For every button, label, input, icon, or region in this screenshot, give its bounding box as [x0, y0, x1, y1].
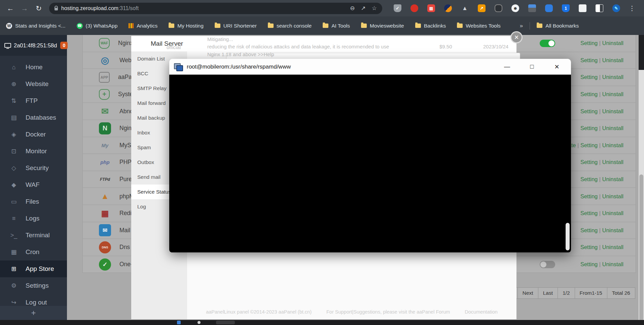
sidebar-item[interactable]: ⊞ App Store: [0, 260, 67, 277]
modal-close-button[interactable]: ✕: [510, 31, 523, 43]
bookmark-item[interactable]: W Stats and Insights <...: [6, 23, 66, 29]
taskbar-dot-icon[interactable]: [198, 321, 201, 324]
action-link[interactable]: Setting: [580, 159, 598, 165]
bookmark-item[interactable]: search console: [268, 23, 312, 29]
action-link[interactable]: Setting: [580, 261, 598, 268]
minimize-button[interactable]: —: [503, 63, 511, 70]
bookmark-item[interactable]: URI Shortener: [215, 23, 257, 29]
sidebar-item[interactable]: ≡ Logs: [0, 210, 67, 227]
shield-extension-icon[interactable]: ✓: [394, 4, 401, 12]
pagination-item[interactable]: Next: [517, 287, 538, 299]
action-link[interactable]: Uninstall: [598, 210, 623, 216]
terminal-scrollbar-thumb[interactable]: [566, 223, 570, 250]
bookmarks-overflow-icon[interactable]: »: [520, 23, 523, 29]
maximize-button[interactable]: □: [528, 63, 536, 70]
pagination-item[interactable]: From1-15: [575, 287, 607, 299]
bookmark-item[interactable]: Movieswebsite: [361, 23, 404, 29]
action-link[interactable]: Setting: [580, 210, 598, 216]
action-link[interactable]: Uninstall: [598, 57, 623, 64]
pagination-item[interactable]: 1/2: [558, 287, 575, 299]
taskbar-tile-icon[interactable]: [216, 321, 235, 324]
action-link[interactable]: Uninstall: [598, 227, 623, 234]
homepage-toggle[interactable]: [540, 261, 555, 268]
panel-extension-icon[interactable]: [596, 4, 603, 12]
sidebar-item[interactable]: ◆ WAF: [0, 176, 67, 193]
zoom-out-icon[interactable]: ⊖: [350, 5, 355, 12]
sidebar-item[interactable]: ⊡ Monitor: [0, 143, 67, 160]
homepage-toggle[interactable]: [540, 40, 555, 47]
puzzle-extension-icon[interactable]: [579, 4, 586, 12]
page-scrollbar-thumb[interactable]: [639, 174, 643, 325]
bookmark-item[interactable]: Websites Tools: [457, 23, 501, 29]
action-link[interactable]: Uninstall: [598, 40, 623, 46]
bookmark-item[interactable]: My Hosting: [169, 23, 204, 29]
pagination-item[interactable]: Last: [538, 287, 558, 299]
sidebar-item[interactable]: >_ Terminal: [0, 227, 67, 244]
forward-icon[interactable]: →: [19, 3, 30, 14]
swirl-extension-icon[interactable]: [444, 4, 452, 12]
bookmark-item[interactable]: AI Tools: [323, 23, 350, 29]
bookmark-star-icon[interactable]: ☆: [372, 5, 377, 12]
action-link[interactable]: Uninstall: [598, 74, 623, 80]
bookmark-item[interactable]: Analytics: [129, 23, 157, 29]
sidebar-item[interactable]: ⌂ Home: [0, 59, 67, 76]
action-link[interactable]: Uninstall: [598, 159, 623, 165]
server-selector[interactable]: 2a01:4f8:251:58d 0: [0, 35, 67, 56]
kebab-menu-icon[interactable]: ⋮: [629, 4, 635, 12]
mouse-extension-icon[interactable]: [495, 4, 502, 12]
action-link[interactable]: Uninstall: [598, 142, 623, 149]
action-link[interactable]: Uninstall: [598, 261, 623, 268]
mountain-extension-icon[interactable]: ▲: [461, 4, 469, 12]
all-bookmarks[interactable]: All Bookmarks: [537, 23, 579, 29]
terminal-console[interactable]: [169, 75, 571, 252]
action-link[interactable]: Uninstall: [598, 244, 623, 250]
pagination-item[interactable]: Total 26: [607, 287, 635, 299]
terminal-titlebar[interactable]: root@mobilerom:/usr/share/rspamd/www — □…: [169, 59, 571, 75]
window-extension-icon[interactable]: [528, 4, 536, 12]
action-link[interactable]: Setting: [576, 142, 598, 149]
action-link[interactable]: Setting: [580, 176, 598, 182]
sidebar-item[interactable]: ▤ Databases: [0, 109, 67, 126]
close-button[interactable]: ✕: [553, 63, 561, 71]
action-link[interactable]: Setting: [580, 74, 598, 80]
action-link[interactable]: Uninstall: [598, 176, 623, 182]
action-link[interactable]: Uninstall: [598, 125, 623, 131]
clip-extension-icon[interactable]: [545, 4, 553, 12]
taskbar-blue-icon[interactable]: [177, 321, 181, 324]
sidebar-item[interactable]: ▦ Cron: [0, 244, 67, 260]
action-link[interactable]: Uninstall: [598, 91, 623, 97]
page-scrollbar[interactable]: [639, 70, 644, 325]
sidebar-item[interactable]: ⊕ Website: [0, 76, 67, 92]
tiles-extension-icon[interactable]: ▤: [427, 4, 435, 12]
back-icon[interactable]: ←: [5, 3, 16, 14]
action-link[interactable]: Setting: [580, 108, 598, 115]
footer-docs-link[interactable]: Documentation: [465, 309, 498, 315]
sidebar-item[interactable]: ⚙ Settings: [0, 277, 67, 294]
footer-support-link[interactable]: For Support|Suggestions, please visit th…: [326, 309, 450, 315]
action-link[interactable]: Setting: [580, 193, 598, 200]
sidebar-item[interactable]: ◇ Security: [0, 160, 67, 176]
sidebar-item[interactable]: ▭ Files: [0, 193, 67, 210]
address-bar[interactable]: hosting.zeroupload.com:311/soft ⊖ ↗ ☆: [49, 3, 382, 14]
hand-extension-icon[interactable]: [410, 4, 418, 12]
action-link[interactable]: Setting: [580, 244, 598, 250]
action-link[interactable]: Setting: [580, 125, 598, 131]
bookmark-item[interactable]: Backlinks: [415, 23, 446, 29]
reload-icon[interactable]: ↻: [33, 3, 44, 14]
url-text[interactable]: hosting.zeroupload.com:311/soft: [61, 5, 344, 11]
sidebar-item[interactable]: ⇅ FTP: [0, 92, 67, 109]
shield-1-extension-icon[interactable]: 1: [562, 4, 570, 12]
action-link[interactable]: Setting: [580, 227, 598, 234]
target-extension-icon[interactable]: ✎: [612, 4, 620, 12]
sidebar-add-button[interactable]: +: [0, 306, 67, 320]
share-icon[interactable]: ↗: [361, 5, 366, 12]
action-link[interactable]: Uninstall: [598, 193, 623, 200]
action-link[interactable]: Setting: [580, 40, 598, 46]
action-link[interactable]: Setting: [580, 91, 598, 97]
robot-extension-icon[interactable]: ☻: [511, 4, 519, 12]
sidebar-item[interactable]: ◈ Docker: [0, 126, 67, 143]
action-link[interactable]: Uninstall: [598, 108, 623, 115]
chart-extension-icon[interactable]: ↗: [478, 4, 486, 12]
bookmark-item[interactable]: ☎ (3) WhatsApp: [77, 23, 118, 29]
action-link[interactable]: Setting: [580, 57, 598, 64]
